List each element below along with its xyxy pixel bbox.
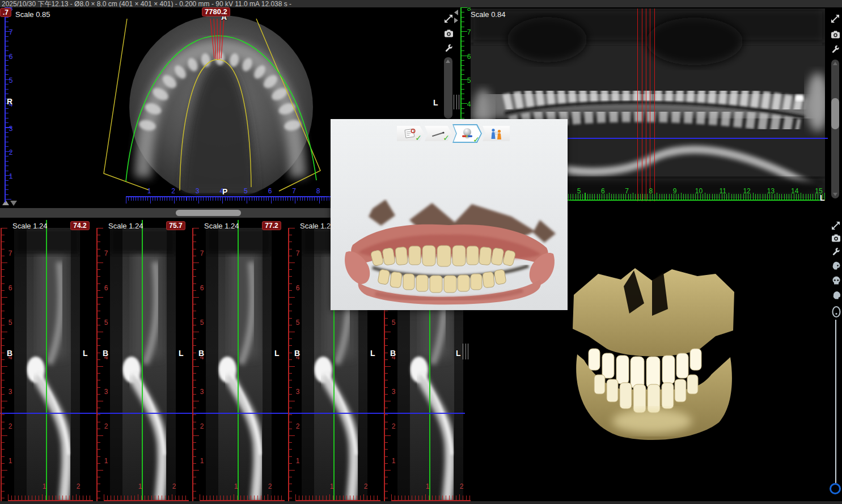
cross-section-panel[interactable]: 7654321 12 Scale 1.24 74.2 B L <box>0 220 95 501</box>
scale-label: Scale 1.24 <box>12 222 47 230</box>
skull-profile-view-icon[interactable] <box>831 261 841 271</box>
step-patient-record[interactable]: ✓ <box>397 126 424 141</box>
cross-section-panel[interactable]: 7654321 12 Scale 1.24 75.7 B L <box>96 220 191 501</box>
ruler-label: 13 <box>767 187 775 195</box>
scrollbar-thumb[interactable] <box>176 210 241 216</box>
cross-section-panel[interactable]: 7654321 12 Scale 1.24 77.2 B L <box>192 220 286 501</box>
panel-divider-grip[interactable] <box>454 95 459 109</box>
pano-right-toolbar <box>828 7 842 209</box>
face-front-view-icon[interactable] <box>832 306 841 317</box>
orientation-marker-lingual: L <box>83 349 88 358</box>
scrollbar-thumb[interactable] <box>831 98 839 129</box>
ruler-label: 8 <box>316 187 320 195</box>
step-scan[interactable]: ✓ <box>425 126 452 141</box>
ruler-label: 3 <box>196 187 200 195</box>
model-alignment-icon <box>460 127 474 141</box>
window-bottom-edge <box>0 501 842 504</box>
wrench-icon[interactable] <box>832 247 841 256</box>
expand-view-icon[interactable] <box>444 14 453 23</box>
ruler-label: 10 <box>695 187 703 195</box>
volume-opacity-slider-knob[interactable] <box>830 483 841 494</box>
slice-position-badge: 77.2 <box>262 221 281 230</box>
ruler-label: 2 <box>77 482 81 490</box>
corner-value-badge: .7 <box>0 8 11 17</box>
orientation-marker-posterior: P <box>222 187 227 196</box>
ruler-label: 14 <box>791 187 798 195</box>
camera-icon[interactable] <box>444 29 454 38</box>
scale-label: Scale 0.85 <box>15 10 50 19</box>
scale-label: Scale 1.24 <box>108 222 143 230</box>
ruler-label: 1 <box>43 482 46 490</box>
panel-divider-grip[interactable] <box>463 344 468 359</box>
collapse-right-icon[interactable] <box>454 18 458 23</box>
orientation-marker-buccal: B <box>198 349 204 358</box>
ruler-label: 2 <box>364 482 368 490</box>
expand-view-icon[interactable] <box>831 221 840 230</box>
expand-view-icon[interactable] <box>831 14 840 23</box>
collapse-left-icon[interactable] <box>454 10 458 15</box>
step-model-alignment[interactable]: ✓ <box>452 124 482 143</box>
orientation-marker-lingual: L <box>179 349 184 358</box>
ruler-label: 2 <box>172 482 176 490</box>
slice-position-badge: 75.7 <box>166 221 185 230</box>
scroll-up-icon[interactable] <box>446 60 450 63</box>
scale-label: Scale 0.84 <box>471 10 505 19</box>
volume-right-toolbar <box>828 220 842 501</box>
ruler-label: 11 <box>720 187 726 195</box>
scan-workflow-overlay-window[interactable]: ✓ ✓ ✓ <box>331 119 568 310</box>
step-complete-check-icon: ✓ <box>443 133 450 142</box>
ruler-label: 5 <box>577 187 581 195</box>
ruler-label: 12 <box>743 187 750 195</box>
ruler-label: 5 <box>244 187 248 195</box>
volume-render-image <box>567 264 740 442</box>
ruler-label: 1 <box>147 187 151 195</box>
ruler-label: 2 <box>460 482 464 490</box>
ruler-label: 7 <box>625 187 629 195</box>
ruler-label: 6 <box>601 187 605 195</box>
camera-icon[interactable] <box>831 30 840 39</box>
scroll-up-icon[interactable] <box>833 62 837 65</box>
orientation-marker-buccal: B <box>7 349 12 358</box>
slice-position-badge: 74.2 <box>70 221 90 230</box>
pano-vertical-scrollbar[interactable] <box>444 57 452 118</box>
orientation-marker-buccal: B <box>103 349 108 358</box>
ruler-label: 8 <box>649 187 653 195</box>
skull-front-view-icon[interactable] <box>831 276 841 286</box>
ruler-label: 1 <box>138 482 142 490</box>
scale-label: Scale 1.24 <box>204 222 239 230</box>
scale-label: Scale 1.24 <box>300 222 335 230</box>
orientation-marker-buccal: B <box>390 349 396 358</box>
cross-section-horizontal-ruler: 12 <box>192 220 286 501</box>
step-complete-check-icon: ✓ <box>415 133 422 142</box>
application-window: 2025/10/30 下午12.13 - Ø8.0 × 8.0 cm (401 … <box>0 0 842 504</box>
pano-right-scrollbar[interactable] <box>831 60 839 198</box>
ruler-label: 7 <box>292 187 296 195</box>
workflow-steps-toolbar: ✓ ✓ ✓ <box>397 124 510 143</box>
camera-icon[interactable] <box>831 234 841 243</box>
head-side-view-icon[interactable] <box>831 290 841 300</box>
orientation-marker-left: L <box>820 193 825 202</box>
slice-position-badge: 7780.2 <box>202 7 230 16</box>
cross-section-horizontal-ruler: 12 <box>96 220 191 501</box>
cross-section-horizontal-ruler: 12 <box>0 220 95 501</box>
ruler-label: 1 <box>426 482 430 490</box>
wrench-icon[interactable] <box>831 45 840 54</box>
ruler-label: 1 <box>234 482 238 490</box>
step-patient-consult[interactable] <box>483 126 510 141</box>
wrench-icon[interactable] <box>445 44 454 53</box>
ruler-label: 2 <box>171 187 175 195</box>
orientation-marker-lingual: L <box>370 349 375 358</box>
intraoral-scan-3d-model[interactable] <box>341 198 558 306</box>
orientation-marker-right: R <box>7 97 12 106</box>
scroll-down-icon[interactable] <box>833 193 837 196</box>
orientation-marker-buccal: B <box>294 349 300 358</box>
volume-opacity-slider-track[interactable] <box>835 320 836 483</box>
orientation-marker-left: L <box>433 98 438 107</box>
scan-info-bar: 2025/10/30 下午12.13 - Ø8.0 × 8.0 cm (401 … <box>0 0 842 7</box>
ruler-label: 2 <box>268 482 272 490</box>
orientation-marker-lingual: L <box>274 349 280 358</box>
step-complete-check-icon: ✓ <box>473 135 480 144</box>
orientation-marker-lingual: L <box>456 349 461 358</box>
ruler-label: 1 <box>330 482 334 490</box>
patient-consult-icon <box>489 128 503 140</box>
